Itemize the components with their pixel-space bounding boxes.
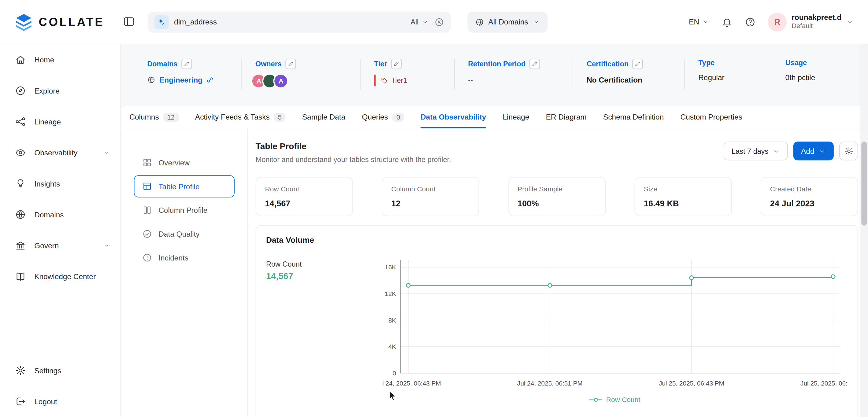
topbar-right: EN R rounakpreet.d Default bbox=[689, 12, 854, 31]
scrollbar-thumb[interactable] bbox=[861, 141, 867, 226]
column-profile-icon bbox=[142, 205, 152, 215]
chevron-down-icon bbox=[422, 18, 429, 26]
subnav-item[interactable]: Data Quality bbox=[134, 223, 234, 245]
stat-label: Row Count bbox=[265, 185, 343, 193]
table-profile-panel: Table Profile Monitor and understand you… bbox=[248, 128, 868, 417]
collate-logo-icon bbox=[14, 13, 33, 31]
profile-subnav: Overview Table Profile Column Profile Da… bbox=[121, 128, 248, 417]
language-dropdown[interactable]: EN bbox=[689, 18, 709, 26]
observability-icon bbox=[15, 147, 26, 158]
settings-icon bbox=[15, 365, 26, 376]
add-button[interactable]: Add bbox=[794, 141, 834, 160]
sidebar-collapse-button[interactable] bbox=[122, 15, 135, 28]
edit-tier-button[interactable] bbox=[391, 59, 401, 69]
sidebar-item[interactable]: Knowledge Center bbox=[0, 261, 120, 292]
tab[interactable]: Sample Data bbox=[302, 106, 345, 128]
stat-card: Profile Sample 100% bbox=[508, 177, 605, 216]
sidebar-item[interactable]: Explore bbox=[0, 75, 120, 106]
sidebar-item[interactable]: Govern bbox=[0, 230, 120, 261]
tab[interactable]: Schema Definition bbox=[603, 106, 664, 128]
user-name: rounakpreet.d bbox=[792, 12, 841, 22]
edit-icon bbox=[634, 61, 641, 67]
entity-metadata: Domains Engineering Owners AA bbox=[137, 59, 851, 94]
svg-text:16K: 16K bbox=[385, 263, 396, 270]
sidebar-item[interactable]: Domains bbox=[0, 199, 120, 230]
sidebar-item[interactable]: Insights bbox=[0, 168, 120, 199]
notifications-icon[interactable] bbox=[721, 16, 733, 27]
edit-certification-button[interactable] bbox=[632, 59, 643, 69]
tab[interactable]: Custom Properties bbox=[681, 106, 742, 128]
svg-text:Jul 25, 2025, 06:43 PM: Jul 25, 2025, 06:43 PM bbox=[659, 380, 724, 387]
edit-icon bbox=[393, 61, 399, 67]
sidebar-item[interactable]: Observability bbox=[0, 137, 120, 168]
owners-avatar-group: AA bbox=[255, 74, 347, 89]
chart-legend[interactable]: Row Count bbox=[382, 396, 847, 404]
tab[interactable]: Data Observability bbox=[421, 106, 486, 128]
search-scope-label: All bbox=[410, 18, 418, 26]
tab[interactable]: Queries 0 bbox=[362, 106, 404, 128]
table-profile-icon bbox=[142, 181, 152, 191]
edit-owners-button[interactable] bbox=[286, 59, 296, 69]
global-search-input[interactable] bbox=[174, 18, 405, 26]
tab-badge: 12 bbox=[163, 113, 178, 121]
brand-name: COLLATE bbox=[39, 15, 104, 28]
scrollbar-track[interactable] bbox=[860, 44, 868, 417]
subnav-item[interactable]: Overview bbox=[134, 152, 234, 174]
profiler-settings-button[interactable] bbox=[839, 141, 858, 160]
stat-label: Column Count bbox=[391, 185, 470, 193]
chevron-down-icon bbox=[702, 18, 709, 26]
svg-text:8K: 8K bbox=[389, 317, 396, 324]
user-menu[interactable]: R rounakpreet.d Default bbox=[768, 12, 854, 31]
subnav-item[interactable]: Table Profile bbox=[134, 175, 234, 197]
settings-icon bbox=[844, 146, 853, 156]
sidebar: Home Explore Lineage Observability I bbox=[0, 44, 121, 417]
search-scope-dropdown[interactable]: All bbox=[410, 18, 429, 26]
edit-retention-button[interactable] bbox=[529, 59, 540, 69]
user-avatar: R bbox=[768, 12, 787, 31]
knowledge-center-icon bbox=[15, 271, 26, 282]
globe-icon bbox=[475, 18, 484, 26]
chart-title: Data Volume bbox=[266, 236, 847, 245]
all-domains-dropdown[interactable]: All Domains bbox=[467, 11, 548, 32]
tab[interactable]: Lineage bbox=[503, 106, 529, 128]
global-search[interactable]: All bbox=[148, 11, 451, 32]
chart-summary: Row Count 14,567 bbox=[266, 260, 302, 282]
explore-icon bbox=[15, 85, 26, 96]
collate-logo[interactable]: COLLATE bbox=[14, 13, 104, 31]
sidebar-nav: Home Explore Lineage Observability I bbox=[0, 44, 120, 292]
search-app-icon bbox=[154, 15, 168, 29]
meta-certification-value: No Certification bbox=[587, 76, 671, 84]
meta-retention-value: -- bbox=[468, 76, 559, 84]
subnav-item[interactable]: Incidents bbox=[134, 247, 234, 269]
user-workspace: Default bbox=[792, 22, 841, 31]
subnav-item[interactable]: Column Profile bbox=[134, 199, 234, 221]
sidebar-item[interactable]: Settings bbox=[0, 355, 120, 386]
tab[interactable]: Activity Feeds & Tasks 5 bbox=[195, 106, 286, 128]
panel-header: Table Profile Monitor and understand you… bbox=[256, 141, 858, 164]
svg-text:Jul 25, 2025, 06:51 PM: Jul 25, 2025, 06:51 PM bbox=[800, 380, 847, 387]
svg-text:0: 0 bbox=[393, 370, 396, 377]
clear-search-icon[interactable] bbox=[434, 17, 444, 27]
main: Domains Engineering Owners AA bbox=[121, 44, 868, 417]
page-subtitle: Monitor and understand your tables struc… bbox=[256, 155, 451, 164]
owner-avatar[interactable]: A bbox=[273, 74, 288, 89]
sidebar-item[interactable]: Home bbox=[0, 44, 120, 75]
meta-domains-value[interactable]: Engineering bbox=[147, 76, 228, 84]
logout-icon bbox=[15, 396, 26, 407]
meta-domains: Domains Engineering bbox=[137, 59, 242, 90]
meta-owners: Owners AA bbox=[242, 59, 361, 90]
tier-badge[interactable]: Tier1 bbox=[374, 74, 411, 86]
topbar: COLLATE All All Domains bbox=[0, 0, 868, 44]
stat-value: 24 Jul 2023 bbox=[770, 198, 849, 208]
tab[interactable]: ER Diagram bbox=[546, 106, 587, 128]
sidebar-item[interactable]: Logout bbox=[0, 386, 120, 417]
user-meta: rounakpreet.d Default bbox=[792, 12, 841, 31]
edit-domains-button[interactable] bbox=[181, 59, 192, 69]
tab-badge: 0 bbox=[393, 113, 404, 121]
edit-icon bbox=[184, 61, 190, 67]
sidebar-item[interactable]: Lineage bbox=[0, 106, 120, 137]
meta-certification: Certification No Certification bbox=[574, 59, 685, 90]
time-range-dropdown[interactable]: Last 7 days bbox=[724, 141, 788, 160]
tab[interactable]: Columns 12 bbox=[129, 106, 178, 128]
help-icon[interactable] bbox=[745, 16, 756, 27]
